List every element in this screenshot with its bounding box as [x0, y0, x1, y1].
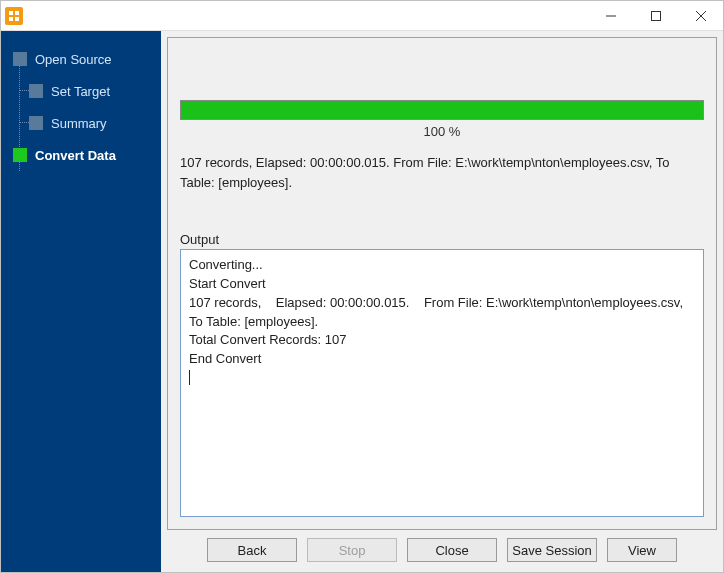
content-panel: 100 % 107 records, Elapsed: 00:00:00.015…: [167, 37, 717, 530]
app-icon: [5, 7, 23, 25]
status-text: 107 records, Elapsed: 00:00:00.015. From…: [180, 153, 704, 192]
progress-bar-fill: [181, 101, 703, 119]
step-box-icon: [13, 148, 27, 162]
button-label: Stop: [339, 543, 366, 558]
progress-section: 100 %: [180, 100, 704, 139]
sidebar-item-summary[interactable]: Summary: [1, 107, 161, 139]
minimize-icon: [606, 11, 616, 21]
sidebar-item-label: Convert Data: [35, 148, 116, 163]
wizard-sidebar: Open Source Set Target Summary Convert D…: [1, 31, 161, 572]
progress-percent-label: 100 %: [180, 124, 704, 139]
close-button[interactable]: Close: [407, 538, 497, 562]
close-icon: [696, 11, 706, 21]
step-box-icon: [29, 84, 43, 98]
titlebar: [1, 1, 723, 31]
button-label: Close: [435, 543, 468, 558]
titlebar-buttons: [588, 1, 723, 30]
sidebar-item-convert-data[interactable]: Convert Data: [1, 139, 161, 171]
output-log[interactable]: Converting... Start Convert 107 records,…: [180, 249, 704, 517]
titlebar-left: [1, 7, 23, 25]
minimize-button[interactable]: [588, 1, 633, 30]
main-panel: 100 % 107 records, Elapsed: 00:00:00.015…: [161, 31, 723, 572]
button-label: Back: [238, 543, 267, 558]
sidebar-item-open-source[interactable]: Open Source: [1, 43, 161, 75]
output-label: Output: [180, 232, 704, 247]
step-box-icon: [29, 116, 43, 130]
body-area: Open Source Set Target Summary Convert D…: [1, 31, 723, 572]
view-button[interactable]: View: [607, 538, 677, 562]
step-box-icon: [13, 52, 27, 66]
button-row: Back Stop Close Save Session View: [167, 530, 717, 566]
stop-button: Stop: [307, 538, 397, 562]
maximize-icon: [651, 11, 661, 21]
output-content: Converting... Start Convert 107 records,…: [189, 257, 694, 366]
button-label: View: [628, 543, 656, 558]
text-caret: [189, 370, 190, 385]
back-button[interactable]: Back: [207, 538, 297, 562]
sidebar-item-label: Summary: [51, 116, 107, 131]
maximize-button[interactable]: [633, 1, 678, 30]
sidebar-item-set-target[interactable]: Set Target: [1, 75, 161, 107]
svg-rect-1: [651, 11, 660, 20]
window-close-button[interactable]: [678, 1, 723, 30]
save-session-button[interactable]: Save Session: [507, 538, 597, 562]
button-label: Save Session: [512, 543, 592, 558]
progress-bar: [180, 100, 704, 120]
sidebar-item-label: Set Target: [51, 84, 110, 99]
sidebar-item-label: Open Source: [35, 52, 112, 67]
